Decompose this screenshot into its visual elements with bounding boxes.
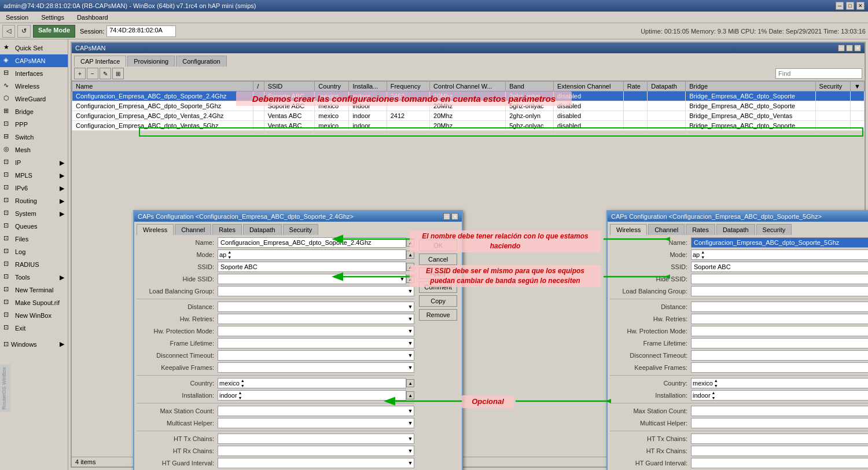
name-input-5g[interactable] [691, 237, 868, 248]
col-extension[interactable]: Extension Channel [554, 82, 624, 91]
sidebar-item-newterminal[interactable]: ⊡ New Terminal [0, 284, 68, 296]
sidebar-item-tools[interactable]: ⊡ Tools ▶ [0, 271, 68, 284]
hidessid-select[interactable]: ▼ [218, 274, 406, 284]
dialog-24ghz-copy[interactable]: Copy [419, 295, 457, 307]
menu-settings[interactable]: Settings [38, 13, 68, 21]
installation-down[interactable]: ▼ [238, 395, 242, 401]
country-down-5g[interactable]: ▼ [714, 383, 718, 388]
table-row[interactable]: Configuracion_Empresa_ABC_dpto_Ventas_2.… [72, 111, 865, 121]
refresh-button[interactable]: ↺ [17, 25, 31, 38]
lbg-arrow[interactable]: ▼ [407, 288, 413, 294]
sidebar-item-wireless[interactable]: ∿ Wireless [0, 80, 68, 93]
dialog-24ghz-minimize[interactable]: ─ [443, 213, 450, 220]
installation-updown-5g[interactable]: ▲ ▼ [712, 390, 716, 401]
sidebar-item-newwinbox[interactable]: ⊡ New WinBox [0, 309, 68, 322]
installation-updown[interactable]: ▲ ▼ [238, 390, 242, 401]
htguard-arrow[interactable]: ▼ [407, 460, 413, 466]
maximize-button[interactable]: □ [846, 2, 854, 10]
col-name[interactable]: Name [72, 82, 253, 91]
tab-5ghz-wireless[interactable]: Wireless [610, 224, 647, 235]
country-updown-5g[interactable]: ▲ ▼ [714, 378, 718, 388]
htrxchains-arrow[interactable]: ▼ [407, 448, 413, 454]
country-updown[interactable]: ▲ ▼ [241, 378, 245, 388]
country-scroll-up[interactable]: ▲ [406, 379, 414, 387]
session-value[interactable]: 74:4D:28:81:02:0A [106, 25, 176, 37]
col-frequency[interactable]: Frequency [387, 82, 429, 91]
sidebar-item-files[interactable]: ⊡ Files [0, 233, 68, 245]
mode-select[interactable]: ap ▲ ▼ [218, 249, 406, 260]
mode-updown-5g[interactable]: ▲ ▼ [701, 249, 705, 260]
framelifetime-select[interactable]: ▼ [218, 338, 414, 348]
mode-up-5g[interactable]: ▲ [701, 249, 705, 255]
keepalive-select-5g[interactable]: ▼ [691, 362, 868, 373]
tab-24ghz-rates[interactable]: Rates [212, 224, 242, 235]
distance-select[interactable]: ▼ [218, 302, 414, 312]
country-select-5g[interactable]: mexico ▲ ▼ [691, 378, 868, 388]
country-down[interactable]: ▼ [241, 383, 245, 388]
mode-down[interactable]: ▼ [227, 255, 231, 260]
hidessid-scroll[interactable]: ▲ [406, 275, 414, 283]
installation-select[interactable]: indoor ▲ ▼ [218, 390, 406, 401]
sidebar-item-bridge[interactable]: ⊞ Bridge [0, 105, 68, 118]
multicast-arrow[interactable]: ▼ [407, 420, 413, 426]
dialog-24ghz-cancel[interactable]: Cancel [419, 254, 457, 265]
sidebar-item-mpls[interactable]: ⊡ MPLS ▶ [0, 169, 68, 182]
sidebar-item-ppp[interactable]: ⊡ PPP [0, 118, 68, 131]
httxchains-select-5g[interactable]: ▼ [691, 434, 868, 444]
back-button[interactable]: ◁ [2, 25, 15, 38]
maxstation-arrow[interactable]: ▼ [407, 408, 413, 414]
distance-select-5g[interactable]: ▼ [691, 302, 868, 312]
tab-cap-interface[interactable]: CAP Interface [74, 56, 126, 67]
sidebar-item-switch[interactable]: ⊟ Switch [0, 131, 68, 144]
capsman-maximize[interactable]: □ [846, 45, 853, 52]
httxchains-select[interactable]: ▼ [218, 434, 414, 444]
tab-24ghz-wireless[interactable]: Wireless [137, 224, 174, 235]
minimize-button[interactable]: ─ [836, 2, 844, 10]
sidebar-item-mesh[interactable]: ◎ Mesh [0, 144, 68, 156]
hwprotmode-arrow[interactable]: ▼ [407, 328, 413, 334]
menu-session[interactable]: Session [2, 13, 32, 21]
col-bridge[interactable]: Bridge [686, 82, 815, 91]
hidessid-select-5g[interactable]: ▼ [691, 274, 868, 284]
keepalive-arrow[interactable]: ▼ [407, 365, 413, 370]
name-up-btn[interactable]: ▲ [406, 238, 414, 247]
tab-24ghz-security[interactable]: Security [283, 224, 319, 235]
htrxchains-select-5g[interactable]: ▼ [691, 446, 868, 456]
tab-5ghz-datapath[interactable]: Datapath [716, 224, 755, 235]
sidebar-item-exit[interactable]: ⊡ Exit [0, 322, 68, 335]
sidebar-item-ip[interactable]: ⊡ IP ▶ [0, 156, 68, 169]
distance-arrow[interactable]: ▼ [407, 304, 413, 310]
filter-button[interactable]: ⊞ [112, 68, 124, 79]
maxstation-select-5g[interactable]: ▼ [691, 406, 868, 416]
sidebar-item-ipv6[interactable]: ⊡ IPv6 ▶ [0, 182, 68, 194]
table-row[interactable]: Configuracion_Empresa_ABC_dpto_Soporte_2… [72, 91, 865, 101]
add-button[interactable]: + [74, 68, 86, 79]
dialog-24ghz-comment[interactable]: Comment [419, 281, 457, 293]
disconnecttimeout-select-5g[interactable]: ▼ [691, 350, 868, 361]
country-up-5g[interactable]: ▲ [714, 378, 718, 383]
ssid-input[interactable] [218, 262, 406, 272]
hwretries-arrow[interactable]: ▼ [407, 316, 413, 322]
dialog-24ghz-remove[interactable]: Remove [419, 309, 457, 321]
keepalive-select[interactable]: ▼ [218, 362, 414, 373]
mode-down-5g[interactable]: ▼ [701, 255, 705, 260]
installation-scroll-up[interactable]: ▲ [406, 391, 414, 399]
col-band[interactable]: Band [506, 82, 554, 91]
mode-up[interactable]: ▲ [227, 249, 231, 255]
sidebar-item-log[interactable]: ⊡ Log [0, 245, 68, 258]
lbg-select-5g[interactable]: ▼ [691, 286, 868, 296]
sidebar-item-routing[interactable]: ⊡ Routing ▶ [0, 194, 68, 207]
col-country[interactable]: Country [315, 82, 349, 91]
maxstation-select[interactable]: ▼ [218, 406, 414, 416]
col-rate[interactable]: Rate [623, 82, 648, 91]
table-row[interactable]: Configuracion_Empresa_ABC_dpto_Ventas_5G… [72, 121, 865, 131]
tab-5ghz-channel[interactable]: Channel [648, 224, 685, 235]
hwretries-select-5g[interactable]: ▼ [691, 314, 868, 324]
httxchains-arrow[interactable]: ▼ [407, 436, 413, 442]
htguard-select-5g[interactable]: ▼ [691, 458, 868, 468]
sidebar-item-interfaces[interactable]: ⊟ Interfaces [0, 67, 68, 80]
sidebar-item-system[interactable]: ⊡ System ▶ [0, 207, 68, 220]
remove-button[interactable]: − [87, 68, 98, 79]
hidessid-arrow[interactable]: ▼ [399, 276, 404, 282]
table-row[interactable]: Configuracion_Empresa_ABC_dpto_Soporte_5… [72, 101, 865, 111]
